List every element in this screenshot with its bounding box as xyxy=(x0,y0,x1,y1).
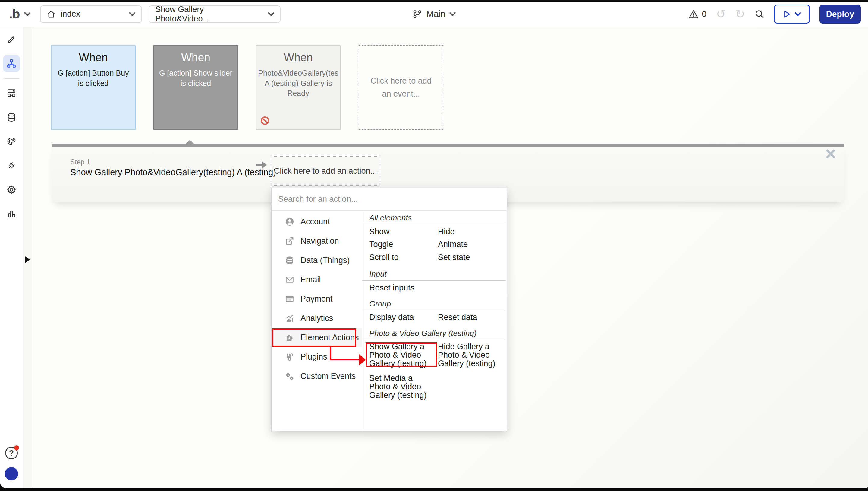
preview-button[interactable] xyxy=(774,4,810,24)
issues-count: 0 xyxy=(702,9,707,19)
help-button[interactable]: ? xyxy=(5,447,18,459)
sidebar-item-styles[interactable] xyxy=(3,133,20,150)
action-reset-inputs[interactable]: Reset inputs xyxy=(369,284,436,292)
warning-icon xyxy=(688,9,699,19)
chevron-down-icon xyxy=(450,12,456,16)
category-label: Data (Things) xyxy=(301,256,350,265)
category-payment[interactable]: Payment xyxy=(272,289,362,309)
category-navigation[interactable]: Navigation xyxy=(272,231,362,251)
bar-chart-icon xyxy=(6,209,17,219)
database-icon xyxy=(285,256,294,265)
deploy-button[interactable]: Deploy xyxy=(819,4,861,24)
branch-selector[interactable]: Main xyxy=(412,9,456,19)
workflow-selector-value: Show Gallery Photo&Video... xyxy=(155,5,258,24)
branch-label: Main xyxy=(427,9,445,19)
event-card-gallery-ready[interactable]: When Photo&VideoGallery(tes A (testing) … xyxy=(256,45,341,130)
event-body: Photo&VideoGallery(tes A (testing) Galle… xyxy=(258,68,338,98)
notification-dot xyxy=(14,445,19,450)
add-action-placeholder[interactable]: Click here to add an action... xyxy=(271,156,380,186)
action-animate[interactable]: Animate xyxy=(438,240,505,249)
add-event-placeholder[interactable]: Click here to add an event... xyxy=(359,45,443,130)
action-show[interactable]: Show xyxy=(369,227,436,236)
database-icon xyxy=(6,112,17,122)
redo-button[interactable]: ↻ xyxy=(735,8,745,20)
action-toggle[interactable]: Toggle xyxy=(369,240,436,249)
action-search-input[interactable] xyxy=(272,188,507,210)
category-label: Plugins xyxy=(301,352,327,362)
category-plugins[interactable]: Plugins xyxy=(272,347,362,367)
gear-icon xyxy=(6,184,17,195)
text-cursor xyxy=(278,193,278,205)
issues-indicator[interactable]: 0 xyxy=(688,9,707,19)
group-header-group: Group xyxy=(369,299,391,309)
chevron-down-icon xyxy=(129,12,135,16)
event-card-button-buy[interactable]: When G [action] Button Buy is clicked xyxy=(51,45,135,130)
category-label: Analytics xyxy=(301,314,333,323)
category-element-actions[interactable]: Element Actions xyxy=(272,328,362,347)
action-set-state[interactable]: Set state xyxy=(438,253,505,261)
event-card-show-slider[interactable]: When G [action] Show slider is clicked xyxy=(153,45,238,130)
group-header-input: Input xyxy=(369,269,387,279)
sidebar-item-logs[interactable] xyxy=(3,205,20,222)
search-icon[interactable] xyxy=(755,9,764,19)
workflow-canvas[interactable]: When G [action] Button Buy is clicked Wh… xyxy=(23,27,868,488)
puzzle-bolt-icon xyxy=(285,333,294,342)
branch-icon xyxy=(412,9,422,19)
chevron-down-icon xyxy=(268,12,274,16)
palette-icon xyxy=(6,136,17,147)
action-hide[interactable]: Hide xyxy=(438,227,505,236)
components-icon xyxy=(6,88,17,98)
undo-button[interactable]: ↺ xyxy=(716,8,726,20)
step-number-label: Step 1 xyxy=(70,158,90,166)
workflow-icon xyxy=(6,59,17,69)
sidebar-item-data[interactable] xyxy=(3,109,20,126)
chart-icon xyxy=(285,313,294,323)
action-show-gallery[interactable]: Show Gallery a Photo & Video Gallery (te… xyxy=(369,342,436,368)
toolbar-right-group: 0 ↺ ↻ Deploy xyxy=(688,4,863,24)
prohibited-icon xyxy=(260,116,270,125)
action-scroll-to[interactable]: Scroll to xyxy=(369,253,436,261)
step-title[interactable]: Show Gallery Photo&VideoGallery(testing)… xyxy=(70,167,276,177)
gears-icon xyxy=(285,371,294,381)
envelope-icon xyxy=(285,275,294,284)
play-icon xyxy=(783,10,791,19)
category-account[interactable]: Account xyxy=(272,212,362,231)
divider xyxy=(362,281,506,281)
action-hide-gallery[interactable]: Hide Gallery a Photo & Video Gallery (te… xyxy=(438,342,505,368)
divider xyxy=(362,340,506,340)
action-reset-data[interactable]: Reset data xyxy=(438,313,505,321)
category-label: Email xyxy=(301,275,321,284)
category-custom-events[interactable]: Custom Events xyxy=(272,367,362,386)
expand-panel-arrow[interactable] xyxy=(25,256,30,263)
sidebar-item-settings[interactable] xyxy=(3,181,20,198)
left-sidebar: ? xyxy=(0,27,23,488)
avatar[interactable] xyxy=(5,467,18,481)
event-title: When xyxy=(181,51,210,64)
bubble-logo: .b xyxy=(9,8,20,21)
app-menu[interactable]: .b xyxy=(5,8,33,21)
action-set-media-gallery[interactable]: Set Media a Photo & Video Gallery (testi… xyxy=(369,374,436,399)
page-selector[interactable]: index xyxy=(40,5,142,23)
group-header-all-elements: All elements xyxy=(369,213,412,223)
sidebar-item-workflow[interactable] xyxy=(3,55,20,72)
action-search-row xyxy=(272,188,507,210)
action-display-data[interactable]: Display data xyxy=(369,313,436,321)
event-title: When xyxy=(284,51,313,64)
panel-notch xyxy=(185,140,194,144)
category-email[interactable]: Email xyxy=(272,270,362,289)
sidebar-item-design[interactable] xyxy=(3,31,20,48)
category-data-things[interactable]: Data (Things) xyxy=(272,251,362,270)
category-analytics[interactable]: Analytics xyxy=(272,309,362,328)
close-panel-button[interactable] xyxy=(826,149,836,159)
category-label: Custom Events xyxy=(301,372,355,381)
plug-icon xyxy=(285,352,294,362)
category-label: Element Actions xyxy=(301,333,359,342)
category-label: Account xyxy=(301,217,330,227)
bubble-editor-window: .b index Show Gallery Photo&Video... xyxy=(0,1,868,488)
panel-top-bar xyxy=(52,144,844,147)
workflow-selector[interactable]: Show Gallery Photo&Video... xyxy=(149,5,281,23)
sidebar-item-components[interactable] xyxy=(3,85,20,102)
sidebar-item-plugins[interactable] xyxy=(3,157,20,174)
page-selector-value: index xyxy=(61,9,80,19)
pencil-icon xyxy=(6,34,17,45)
